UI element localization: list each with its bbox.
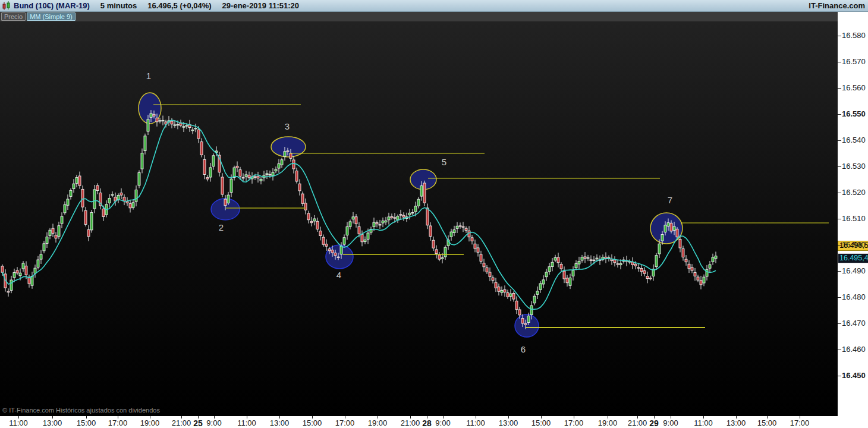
price-tick-label: 16.550 [842,109,866,118]
price-tick-label: 16.520 [842,188,866,197]
price-chart[interactable]: 1234567 [0,21,838,416]
price-tick [838,245,841,246]
time-tick-label: 17:00 [561,418,587,427]
time-tick-label: 15:00 [73,418,99,427]
price-tick [838,323,841,324]
time-tick-label: 19:00 [364,418,391,427]
last-price: 16.496,5 [147,1,178,10]
ma-line [2,120,716,309]
marker-label-7: 7 [668,195,672,205]
price-tick-label: 16.480 [842,292,866,301]
marker-label-5: 5 [442,157,446,167]
time-tick-label: 17:00 [332,418,358,427]
instrument-name: Bund (10€) (MAR-19) [14,1,90,10]
time-tick-label: 9:00 [430,418,456,427]
indicator-toolbar: Precio MM (Simple 9) [0,12,838,21]
marker-ellipse-3[interactable] [271,137,306,157]
price-tick [838,36,841,36]
price-tick [838,62,841,62]
ma-value-badge: 16.495,4 [838,253,868,263]
price-tick-label: 16.470 [842,319,866,328]
time-tick-label: 13:00 [39,418,65,427]
time-axis[interactable]: 11:0013:0015:0017:0019:0021:00259:0011:0… [0,416,838,428]
price-tick-label: 16.560 [842,83,866,92]
last-price-and-change: 16.496,5 (+0,04%) [147,1,211,10]
price-tick [838,350,841,350]
marker-label-6: 6 [521,344,526,354]
price-tick-label: 16.460 [842,345,866,354]
marker-label-4: 4 [336,270,341,280]
marker-ellipse-6[interactable] [515,314,539,337]
datetime-label: 29-ene-2019 11:51:20 [222,1,299,10]
time-tick-label: 11:00 [463,418,489,427]
marker-label-2: 2 [219,222,224,232]
time-tick-label: 15:00 [528,418,554,427]
trading-app-window: Bund (10€) (MAR-19) 5 minutos 16.496,5 (… [0,0,868,428]
marker-label-3: 3 [285,121,290,131]
copyright-note: © IT-Finance.com Históricos ajustados co… [2,407,160,414]
time-tick-label: 11:00 [234,418,260,427]
time-tick-label: 13:00 [266,418,293,427]
time-tick-label: 11:00 [5,418,32,427]
timeframe-label: 5 minutos [100,1,137,10]
annotation-lines-layer [153,105,829,328]
candles-layer [1,110,717,329]
price-tick [838,271,841,272]
time-tick-label: 15:00 [299,418,325,427]
title-bar: Bund (10€) (MAR-19) 5 minutos 16.496,5 (… [0,0,868,12]
price-tick [838,297,841,298]
chart-area[interactable]: 1234567 © IT-Finance.com Históricos ajus… [0,21,838,416]
time-tick-label: 13:00 [495,418,521,427]
time-tick-label: 17:00 [105,418,131,427]
price-tab[interactable]: Precio [1,12,26,21]
brand-label: IT-Finance.com [809,1,865,10]
price-tick-label: 16.490 [842,266,866,275]
price-tick-label: 16.530 [842,162,866,171]
price-tick-label: 16.500 [842,240,866,249]
time-tick-label: 19:00 [595,418,621,427]
price-axis[interactable]: 16.496,5 16.495,4 16.58016.57016.56016.5… [838,12,868,428]
time-tick-label: 11:00 [690,418,716,427]
price-tick [838,166,841,167]
price-tick-label: 16.570 [842,57,866,66]
price-change: (+0,04%) [180,1,211,10]
price-tick-label: 16.540 [842,136,866,144]
price-tick-label: 16.450 [842,371,866,380]
time-tick-label: 9:00 [658,418,684,427]
price-tick-label: 16.510 [842,214,866,223]
time-tick-label: 15:00 [754,418,780,427]
time-tick-label: 13:00 [723,418,749,427]
price-tick [838,140,841,141]
price-tick [838,114,841,115]
price-tick [838,88,841,89]
marker-label-1: 1 [146,71,151,81]
price-tick [838,193,841,193]
time-tick-label: 9:00 [201,418,227,427]
price-tick [838,219,841,219]
candlestick-icon [2,1,11,11]
ma-indicator-tab[interactable]: MM (Simple 9) [27,12,76,21]
time-tick-label: 19:00 [137,418,163,427]
price-tick [838,376,841,376]
price-tick-label: 16.580 [842,31,866,40]
time-tick-label: 17:00 [787,418,813,427]
